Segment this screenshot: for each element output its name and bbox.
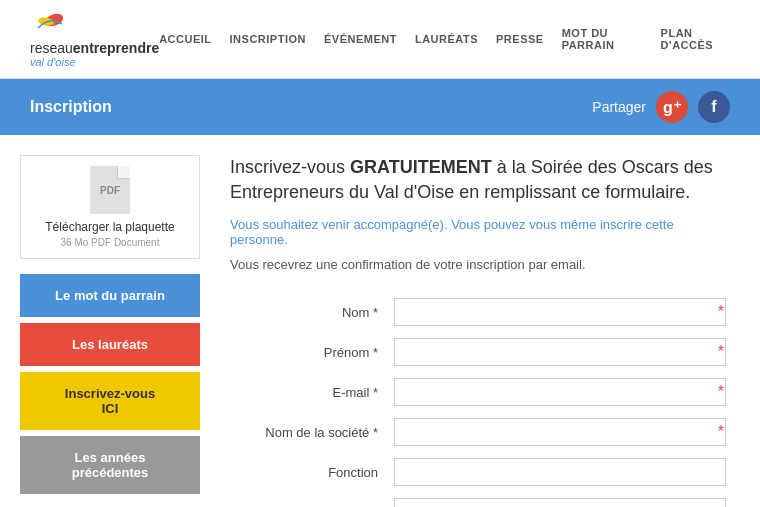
inscription-bar: Inscription Partager g⁺ f [0,79,760,135]
intro-title: Inscrivez-vous GRATUITEMENT à la Soirée … [230,155,730,205]
email-input-cell: * [390,372,730,412]
email-input[interactable] [394,378,726,406]
societe-required-star: * [718,423,724,441]
prenom-required-star: * [718,343,724,361]
nom-label: Nom * [230,292,390,332]
nom-input[interactable] [394,298,726,326]
pdf-icon: PDF [90,166,130,214]
table-row: E-mail * * [230,372,730,412]
pdf-subtitle: 36 Mo PDF Document [31,237,189,248]
email-required-star: * [718,383,724,401]
fonction-label: Fonction [230,452,390,492]
societe-input[interactable] [394,418,726,446]
table-row: Fonction [230,452,730,492]
table-row: Nom * * [230,292,730,332]
registration-form: Nom * * Prénom * * E-mail * [230,292,730,507]
header: reseauentreprendre val d'oise ACCUEIL IN… [0,0,760,79]
btn-laureats[interactable]: Les lauréats [20,323,200,366]
nav-evenement[interactable]: ÉVÉNEMENT [324,33,397,45]
fonction-input-cell [390,452,730,492]
google-plus-button[interactable]: g⁺ [656,91,688,123]
nom-input-cell: * [390,292,730,332]
societe-input-cell: * [390,412,730,452]
prenom-input[interactable] [394,338,726,366]
main-nav: ACCUEIL INSCRIPTION ÉVÉNEMENT LAURÉATS P… [159,27,730,51]
nav-presse[interactable]: PRESSE [496,33,544,45]
sidebar: PDF Télécharger la plaquette 36 Mo PDF D… [20,155,200,507]
logo-text: reseauentreprendre [30,40,159,56]
companion-link[interactable]: Vous souhaitez venir accompagné(e). Vous… [230,217,730,247]
telephone-input-cell [390,492,730,507]
partager-label: Partager [592,99,646,115]
societe-label: Nom de la société * [230,412,390,452]
telephone-input[interactable] [394,498,726,507]
logo: reseauentreprendre val d'oise [30,10,159,68]
inscription-title: Inscription [30,98,112,116]
logo-subtitle: val d'oise [30,56,76,68]
nom-required-star: * [718,303,724,321]
prenom-label: Prénom * [230,332,390,372]
form-area: Inscrivez-vous GRATUITEMENT à la Soirée … [220,155,740,507]
table-row: Prénom * * [230,332,730,372]
nav-mot-du-parrain[interactable]: MOT DU PARRAIN [562,27,643,51]
pdf-download-box[interactable]: PDF Télécharger la plaquette 36 Mo PDF D… [20,155,200,259]
btn-annees[interactable]: Les années précédentes [20,436,200,494]
nav-plan-dacces[interactable]: PLAN D'ACCÈS [661,27,730,51]
main-content: PDF Télécharger la plaquette 36 Mo PDF D… [0,135,760,507]
prenom-input-cell: * [390,332,730,372]
fonction-input[interactable] [394,458,726,486]
btn-inscrivez[interactable]: Inscrivez-vous ICI [20,372,200,430]
telephone-label: Téléphone [230,492,390,507]
confirm-text: Vous recevrez une confirmation de votre … [230,257,730,272]
pdf-title: Télécharger la plaquette [31,220,189,234]
btn-mot-parrain[interactable]: Le mot du parrain [20,274,200,317]
logo-icon [30,10,70,38]
table-row: Nom de la société * * [230,412,730,452]
nav-accueil[interactable]: ACCUEIL [159,33,211,45]
facebook-button[interactable]: f [698,91,730,123]
email-label: E-mail * [230,372,390,412]
nav-inscription[interactable]: INSCRIPTION [230,33,306,45]
nav-laureats[interactable]: LAURÉATS [415,33,478,45]
table-row: Téléphone [230,492,730,507]
partager-area: Partager g⁺ f [592,91,730,123]
